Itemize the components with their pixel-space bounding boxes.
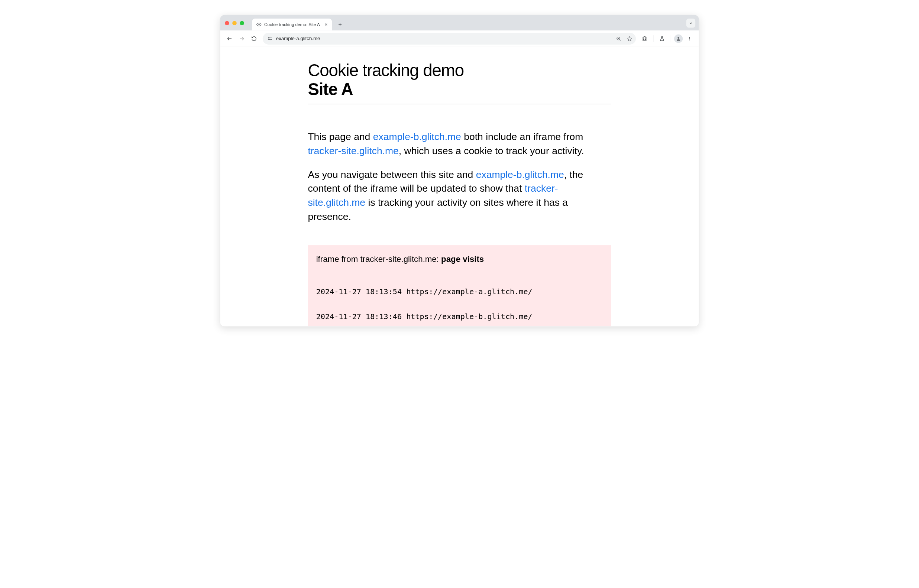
svg-point-0 bbox=[258, 24, 259, 25]
tab-title: Cookie tracking demo: Site A bbox=[264, 22, 320, 27]
divider bbox=[308, 103, 611, 104]
address-bar[interactable]: example-a.glitch.me bbox=[263, 33, 636, 45]
svg-point-1 bbox=[268, 37, 269, 38]
window-maximize-button[interactable] bbox=[240, 21, 244, 25]
svg-point-5 bbox=[689, 37, 690, 37]
site-settings-icon[interactable] bbox=[267, 36, 272, 41]
visit-entry: 2024-11-27 18:13:54 https://example-a.gl… bbox=[316, 288, 603, 296]
eye-icon bbox=[256, 22, 262, 27]
close-tab-button[interactable] bbox=[324, 23, 328, 27]
profile-button[interactable] bbox=[674, 34, 683, 43]
window-minimize-button[interactable] bbox=[232, 21, 237, 25]
page-content: Cookie tracking demo Site A This page an… bbox=[308, 61, 611, 326]
tab-strip: Cookie tracking demo: Site A bbox=[220, 15, 699, 31]
page-title-line2: Site A bbox=[308, 80, 611, 99]
new-tab-button[interactable] bbox=[336, 20, 345, 29]
tabs-dropdown-button[interactable] bbox=[686, 19, 695, 27]
link-example-b[interactable]: example-b.glitch.me bbox=[476, 169, 564, 180]
visit-entry: 2024-11-27 18:13:46 https://example-b.gl… bbox=[316, 312, 603, 321]
svg-point-4 bbox=[678, 37, 679, 39]
page-title-line1: Cookie tracking demo bbox=[308, 61, 464, 79]
svg-point-7 bbox=[689, 39, 690, 40]
intro-paragraph-1: This page and example-b.glitch.me both i… bbox=[308, 130, 611, 157]
browser-window: Cookie tracking demo: Site A bbox=[220, 15, 699, 326]
browser-tab[interactable]: Cookie tracking demo: Site A bbox=[252, 19, 332, 31]
svg-point-6 bbox=[689, 38, 690, 39]
bookmark-icon[interactable] bbox=[625, 34, 634, 43]
window-close-button[interactable] bbox=[225, 21, 229, 25]
zoom-icon[interactable] bbox=[614, 34, 623, 43]
separator bbox=[653, 35, 654, 42]
toolbar: example-a.glitch.me bbox=[220, 31, 699, 47]
separator bbox=[671, 35, 671, 42]
link-example-b[interactable]: example-b.glitch.me bbox=[373, 131, 461, 142]
chrome-menu-button[interactable] bbox=[684, 33, 695, 44]
page-visits-log: 2024-11-27 18:13:54 https://example-a.gl… bbox=[316, 271, 603, 326]
svg-point-2 bbox=[270, 39, 272, 40]
forward-button[interactable] bbox=[236, 33, 248, 44]
window-controls bbox=[225, 21, 244, 25]
link-tracker-site[interactable]: tracker-site.glitch.me bbox=[308, 145, 398, 157]
intro-paragraph-2: As you navigate between this site and ex… bbox=[308, 168, 611, 224]
page-viewport: Cookie tracking demo Site A This page an… bbox=[220, 47, 699, 326]
url-text[interactable]: example-a.glitch.me bbox=[276, 36, 610, 41]
extensions-button[interactable] bbox=[639, 33, 650, 44]
reload-button[interactable] bbox=[249, 33, 260, 44]
iframe-heading: iframe from tracker-site.glitch.me: page… bbox=[316, 254, 603, 267]
back-button[interactable] bbox=[224, 33, 235, 44]
tracker-iframe: iframe from tracker-site.glitch.me: page… bbox=[308, 245, 611, 326]
page-title: Cookie tracking demo Site A bbox=[308, 61, 611, 99]
labs-button[interactable] bbox=[657, 33, 668, 44]
